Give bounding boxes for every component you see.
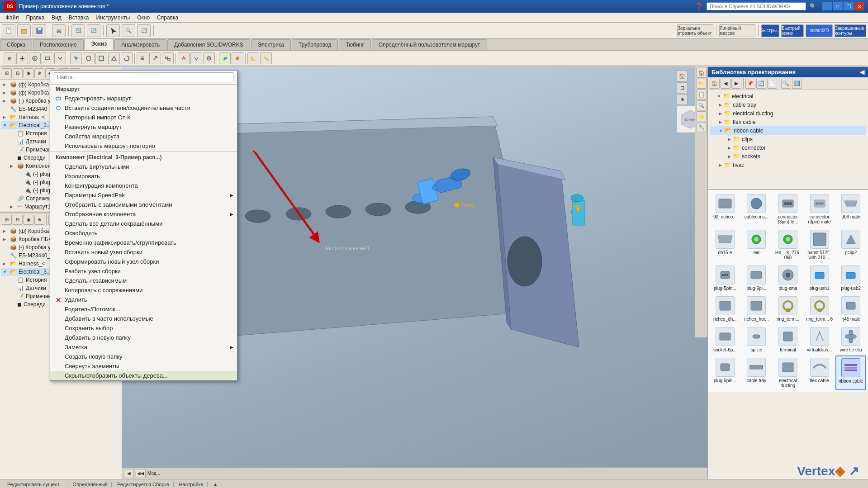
tb2-btn2[interactable] [16,52,28,64]
cm-parent-child[interactable]: Родитель/Потомок... [50,304,237,314]
cm-note[interactable]: Заметка [50,342,237,352]
tab-electric[interactable]: Электрика [251,39,291,50]
cm-display-component[interactable]: Отображение компонента [50,209,237,219]
lib-elec-ducting2[interactable]: electrical ducting [773,355,803,390]
tab-route[interactable]: Определённый пользователем маршрут [372,39,487,50]
menu-edit[interactable]: Правка [23,14,48,22]
maximize-button[interactable]: □ [833,2,843,10]
tree-cable-tray[interactable]: ▶ 📁 cable tray [710,100,866,109]
tb2-btn7[interactable] [83,52,95,64]
cm-hide-show[interactable]: Скрыть/отобразить объекты дерева... [50,371,237,380]
cm-delete[interactable]: Удалить [50,295,237,304]
lib-flex-cable2[interactable]: flex cable [804,355,835,390]
print-button[interactable]: 🖨️ [52,24,66,37]
lp-tb-btn2[interactable]: ⊟ [13,68,23,78]
menu-file[interactable]: Файл [2,14,23,22]
lp-tb-btn4[interactable]: ⊕ [34,68,44,78]
rotate-button[interactable]: 🔄 [137,24,151,37]
tb2-btn15[interactable] [190,52,202,64]
tab-layout[interactable]: Расположение [33,39,84,50]
tree-connector[interactable]: ▶ 📁 connector [710,143,866,152]
vp-tb-btn1[interactable]: ◀ [124,469,134,478]
tb2-btn12[interactable] [149,52,161,64]
tb2-btn13[interactable] [162,52,174,64]
rp-tb-info[interactable]: ℹ️ [792,79,802,89]
cm-make-virtual[interactable]: Сделать виртуальными [50,162,237,171]
open-button[interactable] [17,24,31,37]
lib-wire-tie[interactable]: wire tie clip [835,325,866,355]
tb2-btn8[interactable] [95,52,107,64]
lib-connector3pf[interactable]: connector (3pin) fe... [773,192,803,227]
lib-richco-dh[interactable]: richco_dh... [710,294,740,324]
rp-tb-forward[interactable]: ▶ [731,79,741,89]
lib-ring-term1[interactable]: ring_term... [773,294,803,324]
tb2-btn11[interactable] [137,52,148,64]
lib-connector3pm[interactable]: connector (3pin) male [804,192,835,227]
lib-virtualclips[interactable]: virtualclips... [804,325,835,355]
cm-reimport[interactable]: Повторный импорт От-К [50,113,237,122]
lib-led[interactable]: led [741,227,772,262]
lib-socket6p[interactable]: socket-6p... [710,325,740,355]
menu-insert[interactable]: Вставка [65,14,93,22]
lib-db15e[interactable]: db15-e [710,227,740,262]
view-zoom-in[interactable]: ⊕ [677,94,688,105]
lib-cable-tray2[interactable]: cable tray [741,355,772,390]
cm-dissolve-subassembly[interactable]: Разбить узел сборки [50,266,237,276]
cm-show-dependent[interactable]: Отобразить с зависимыми элементами [50,200,237,209]
close-button[interactable]: ✕ [854,2,864,10]
lib-plug6pi[interactable]: plug-6pi... [741,263,772,293]
tree-flex-cable[interactable]: ▶ 📁 flex cable [710,118,866,126]
cm-route-props[interactable]: Свойства маршрута [50,132,237,141]
instant2d-button[interactable]: Instant2D [806,24,833,37]
rp-tb-addlocation[interactable]: 📌 [745,79,755,89]
tab-sketch[interactable]: Эскиз [85,38,114,50]
view-home[interactable]: 🏠 [677,71,688,81]
tb2-btn18[interactable] [232,52,243,64]
tree-hvac[interactable]: ▶ 📁 hvac [710,161,866,169]
mirror-button[interactable]: Зеркально отразить объект [677,24,713,37]
lib-plug5p2[interactable]: plug-5pin... [710,355,740,390]
cm-collapse[interactable]: Свернуть элементы [50,361,237,371]
lp-tb2-btn2[interactable]: ⊟ [13,215,23,225]
cm-isolate[interactable]: Изолировать [50,171,237,181]
menu-view[interactable]: Вид [48,14,65,22]
tb2-btn19[interactable]: 📐 [247,52,259,64]
tb2-btn14[interactable] [178,52,190,64]
rp-tb-newfile[interactable]: 📄 [767,79,777,89]
lp-tb-btn3[interactable]: ◉ [24,68,33,78]
rp-tb-refresh[interactable]: 🔄 [756,79,766,89]
tab-pipe[interactable]: Трубопровод [292,39,338,50]
lib-led-rs[interactable]: led - rs_276-068 [773,227,803,262]
lib-ring-term2[interactable]: ring_term... 8 [804,294,835,324]
cm-edit-route[interactable]: Редактировать маршрут [50,94,237,103]
cm-speedpak[interactable]: Параметры SpeedPak [50,190,237,200]
lib-cablecons[interactable]: cablecons... [741,192,772,227]
menu-tools[interactable]: Инструменты [92,14,133,22]
rp-chevron-icon[interactable]: ◀ [860,69,864,76]
cm-search-input[interactable] [54,72,233,82]
lib-terminal[interactable]: terminal [773,325,803,355]
lib-plug5p1[interactable]: plug-5pin... [710,263,740,293]
cm-free[interactable]: Освободить [50,228,237,238]
tab-analyze[interactable]: Анализировать [114,39,166,50]
lib-splice[interactable]: splice [741,325,772,355]
tb2-btn1[interactable]: ⊞ [4,52,15,64]
lib-pabst[interactable]: pabst 512f - with 310 ... [804,227,835,262]
zoom-button[interactable]: 🔍 [122,24,135,37]
tb2-btn3[interactable] [29,52,41,64]
lp-tb2-btn4[interactable]: ⊕ [34,215,44,225]
cm-add-folder[interactable]: Добавить в новую папку [50,333,237,342]
rp-tb-home[interactable]: 🏠 [710,79,720,89]
closed-button[interactable]: Закрашенные контуры [835,24,866,37]
tab-assembly[interactable]: Сборка [0,39,32,50]
cm-expand-route[interactable]: Развернуть маршрут [50,122,237,132]
redo-button[interactable]: ↪️ [87,24,100,37]
lp-tb2-btn1[interactable]: ⊞ [2,215,12,225]
menu-help[interactable]: Справка [153,14,182,22]
fast-button[interactable]: Быстры... [761,24,779,37]
minimize-button[interactable]: — [822,2,832,10]
lib-plug-sma[interactable]: plug-sma [773,263,803,293]
view-zoom-fit[interactable]: ⊡ [677,82,688,93]
menu-window[interactable]: Окно [133,14,153,22]
tree-electrical[interactable]: ▼ 📁 electrical [710,92,866,100]
